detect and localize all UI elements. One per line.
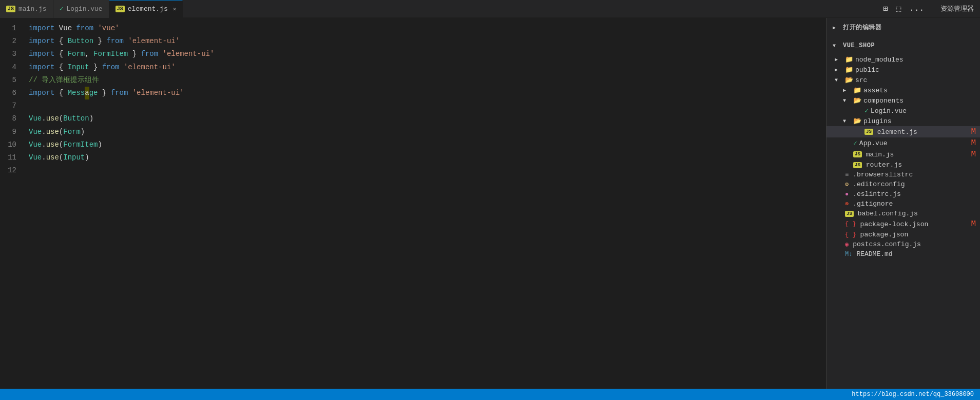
tab-bar: JS main.js ✓ Login.vue JS element.js ✕ ⊞…: [0, 0, 980, 18]
main-area: 1 2 3 4 5 6 7 8 9 10 11 12 import Vue fr…: [0, 18, 980, 389]
code-line-5: // 导入弹框提示组件: [25, 74, 819, 87]
sidebar-item-main-js[interactable]: JS main.js M: [827, 149, 980, 160]
sidebar-item-login-vue[interactable]: ✓ Login.vue: [827, 106, 980, 116]
json-file-icon: { }: [845, 221, 856, 228]
vue-shop-header[interactable]: VUE_SHOP: [827, 39, 980, 52]
git-file-icon: ⊗: [845, 200, 849, 208]
sidebar-item-editorconfig[interactable]: ⚙ .editorconfig: [827, 179, 980, 189]
sidebar-item-element-js[interactable]: JS element.js M: [827, 126, 980, 137]
sidebar-item-node-modules[interactable]: 📁 node_modules: [827, 54, 980, 65]
string: 'element-ui': [132, 87, 184, 99]
vue-file-icon: ✓: [853, 139, 857, 147]
vue-shop-label: VUE_SHOP: [843, 42, 875, 49]
tab-login-vue[interactable]: ✓ Login.vue: [53, 0, 109, 18]
code-line-6: import { Message } from 'element-ui': [25, 87, 819, 99]
component-name: Form: [63, 126, 81, 138]
editor-scrollbar[interactable]: [819, 18, 826, 389]
sidebar-item-browserslistrc[interactable]: ≡ .browserslistrc: [827, 170, 980, 179]
folder-icon: 📁: [845, 55, 853, 64]
keyword: import: [29, 48, 54, 61]
keyword: import: [29, 61, 54, 74]
sidebar-item-package-lock[interactable]: { } package-lock.json M: [827, 218, 980, 230]
open-editors-header[interactable]: 打开的编辑器: [827, 20, 980, 35]
item-label: .eslintrc.js: [853, 190, 980, 198]
code-line-3: import { Form, FormItem } from 'element-…: [25, 48, 819, 61]
component-name: Form: [68, 48, 85, 61]
sidebar-item-public[interactable]: 📁 public: [827, 65, 980, 75]
item-label: postcss.config.js: [853, 241, 980, 248]
js-file-icon: JS: [845, 211, 854, 217]
code-line-9: Vue.use(Form): [25, 126, 819, 138]
folder-arrow: [843, 118, 851, 124]
keyword: from: [141, 48, 159, 61]
js-icon: JS: [6, 6, 15, 12]
keyword: import: [29, 87, 54, 99]
item-label: .browserslistrc: [853, 171, 980, 178]
sidebar-item-app-vue[interactable]: ✓ App.vue M: [827, 137, 980, 149]
sidebar-item-components[interactable]: 📂 components: [827, 95, 980, 106]
item-label: public: [855, 66, 980, 74]
editor-area: 1 2 3 4 5 6 7 8 9 10 11 12 import Vue fr…: [0, 18, 826, 389]
keyword: from: [106, 35, 124, 48]
string: 'vue': [98, 22, 119, 35]
sidebar-item-assets[interactable]: 📁 assets: [827, 85, 980, 95]
keyword: from: [76, 22, 93, 35]
sidebar-item-src[interactable]: 📂 src: [827, 75, 980, 85]
more-button[interactable]: ...: [907, 3, 926, 14]
item-label: router.js: [866, 161, 980, 169]
sidebar-item-router-js[interactable]: JS router.js: [827, 160, 980, 170]
close-icon[interactable]: ✕: [173, 6, 177, 12]
vue-icon: ✓: [60, 5, 64, 13]
keyword: import: [29, 22, 54, 35]
item-label: Login.vue: [871, 107, 980, 115]
code-line-7: [25, 99, 819, 112]
component-name: Vue: [29, 126, 42, 138]
item-label: README.md: [856, 250, 980, 258]
tab-main-js[interactable]: JS main.js: [0, 0, 53, 18]
keyword: from: [102, 61, 120, 74]
sidebar-item-postcss-config[interactable]: ◉ postcss.config.js: [827, 239, 980, 249]
item-label: package-lock.json: [860, 221, 969, 228]
eslint-file-icon: ●: [845, 191, 849, 198]
open-editors-section: 打开的编辑器: [827, 18, 980, 37]
folder-arrow: [835, 67, 843, 73]
vue-shop-section: VUE_SHOP: [827, 37, 980, 54]
config-file-icon: ≡: [845, 171, 849, 178]
modified-indicator: M: [971, 150, 976, 159]
code-line-10: Vue.use(FormItem): [25, 138, 819, 151]
keyword: from: [111, 87, 128, 99]
sidebar-item-readme[interactable]: M↓ README.md: [827, 249, 980, 259]
status-bar: https://blog.csdn.net/qq_33608000: [0, 389, 980, 400]
js-file-icon: JS: [853, 151, 862, 157]
status-url: https://blog.csdn.net/qq_33608000: [852, 391, 974, 398]
folder-open-icon: 📂: [853, 117, 861, 125]
tab-element-js[interactable]: JS element.js ✕: [109, 0, 183, 18]
item-label: main.js: [866, 151, 969, 158]
folder-open-icon: 📂: [845, 76, 853, 84]
sidebar-item-gitignore[interactable]: ⊗ .gitignore: [827, 199, 980, 209]
item-label: node_modules: [855, 56, 980, 64]
vue-file-icon: ✓: [864, 107, 869, 115]
component-name: Mess: [68, 87, 85, 99]
code-line-4: import { Input } from 'element-ui': [25, 61, 819, 74]
sidebar-item-plugins[interactable]: 📂 plugins: [827, 116, 980, 126]
sidebar-item-package-json[interactable]: { } package.json: [827, 230, 980, 239]
code-content[interactable]: import Vue from 'vue' import { Button } …: [25, 18, 819, 389]
sidebar-item-eslintrc[interactable]: ● .eslintrc.js: [827, 189, 980, 199]
line-numbers: 1 2 3 4 5 6 7 8 9 10 11 12: [0, 18, 25, 389]
item-label: App.vue: [859, 139, 969, 147]
folder-arrow: [843, 87, 851, 93]
folder-open-icon: 📂: [853, 96, 861, 105]
string: 'element-ui': [124, 61, 176, 74]
item-label: babel.config.js: [858, 210, 980, 217]
split-editor-button[interactable]: ⊞: [881, 3, 890, 15]
sidebar-title: 资源管理器: [940, 4, 974, 13]
folder-arrow: [835, 77, 843, 83]
toolbar: ⊞ ⬚ ... 资源管理器: [881, 3, 980, 15]
layout-button[interactable]: ⬚: [894, 3, 904, 15]
tab-label: element.js: [128, 5, 168, 13]
sidebar-item-babel-config[interactable]: JS babel.config.js: [827, 209, 980, 218]
js-icon: JS: [116, 6, 125, 12]
code-line-11: Vue.use(Input): [25, 151, 819, 164]
component-name: Vue: [29, 151, 42, 164]
